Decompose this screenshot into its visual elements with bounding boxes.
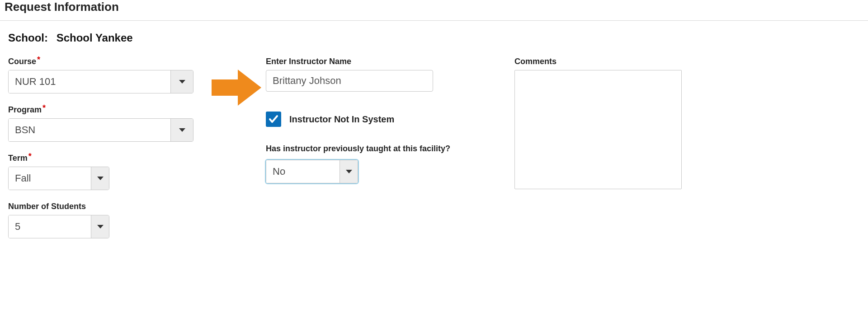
instructor-name-input[interactable] [266, 70, 433, 92]
program-dropdown-button[interactable] [170, 119, 193, 141]
previously-taught-dropdown-button[interactable] [340, 160, 358, 183]
chevron-down-icon [97, 177, 104, 180]
program-dropdown[interactable]: BSN [8, 118, 193, 142]
term-label: Term* [8, 154, 207, 163]
num-students-label: Number of Students [8, 202, 207, 211]
course-dropdown[interactable]: NUR 101 [8, 70, 193, 93]
chevron-down-icon [97, 225, 104, 228]
course-label-text: Course [8, 57, 36, 66]
chevron-down-icon [346, 170, 352, 173]
required-marker: * [28, 152, 32, 161]
chevron-down-icon [179, 80, 185, 84]
divider [0, 20, 868, 21]
comments-textarea[interactable] [514, 70, 682, 189]
previously-taught-label: Has instructor previously taught at this… [266, 143, 456, 154]
school-heading: School: School Yankee [8, 32, 868, 44]
svg-marker-0 [212, 70, 261, 106]
required-marker: * [37, 55, 40, 64]
previously-taught-dropdown-value: No [266, 160, 340, 183]
course-dropdown-button[interactable] [170, 70, 193, 93]
instructor-not-in-system-label: Instructor Not In System [289, 114, 394, 125]
num-students-dropdown-value: 5 [9, 215, 91, 238]
chevron-down-icon [179, 128, 185, 132]
previously-taught-dropdown[interactable]: No [266, 160, 358, 183]
program-label-text: Program [8, 105, 42, 114]
program-label: Program* [8, 105, 207, 115]
required-marker: * [42, 103, 46, 112]
instructor-not-in-system-checkbox[interactable] [266, 112, 281, 127]
program-dropdown-value: BSN [9, 119, 170, 141]
num-students-dropdown[interactable]: 5 [8, 215, 109, 238]
check-icon [268, 114, 279, 125]
school-value: School Yankee [57, 32, 133, 44]
course-dropdown-value: NUR 101 [9, 70, 170, 93]
course-label: Course* [8, 57, 207, 66]
num-students-dropdown-button[interactable] [91, 215, 109, 238]
term-dropdown-button[interactable] [91, 167, 109, 190]
instructor-name-label: Enter Instructor Name [266, 57, 456, 66]
term-dropdown[interactable]: Fall [8, 167, 109, 190]
term-dropdown-value: Fall [9, 167, 91, 190]
term-label-text: Term [8, 154, 28, 163]
school-label: School: [8, 32, 48, 44]
page-title: Request Information [0, 0, 868, 20]
comments-label: Comments [514, 57, 695, 66]
arrow-right-icon [212, 70, 261, 106]
